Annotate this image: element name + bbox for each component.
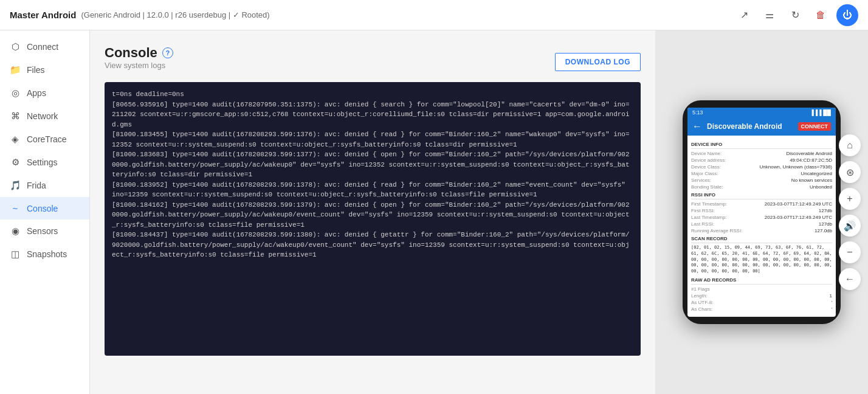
download-log-button[interactable]: DOWNLOAD LOG	[555, 53, 641, 71]
phone-scan-data: [02, 01, 02, 15, 09, 44, 69, 73, 63, 6F,…	[691, 245, 832, 275]
phone-bonding-value: Unbonded	[810, 184, 832, 190]
sidebar-item-sensors[interactable]: ◉ Sensors	[0, 219, 89, 243]
sidebar-item-snapshots[interactable]: ◫ Snapshots	[0, 243, 89, 266]
phone-raw-ad-title: RAW AD RECORDS	[691, 277, 832, 285]
back-icon: ←	[845, 274, 855, 285]
wifi-icon: ⊛	[846, 167, 854, 178]
power-button[interactable]: ⏻	[836, 4, 858, 26]
phone-raw-chars-label: As Chars:	[691, 306, 712, 312]
minus-icon: −	[847, 247, 852, 258]
phone-device-name-row: Device Name: Discoverable Android	[691, 151, 832, 156]
app-header: Master Android (Generic Android | 12.0.0…	[0, 0, 868, 30]
sidebar-item-frida[interactable]: 🎵 Frida	[0, 174, 89, 197]
phone-bonding-label: Bonding State:	[691, 184, 723, 190]
sidebar-label-connect: Connect	[27, 42, 58, 52]
delete-icon: 🗑	[816, 10, 825, 21]
sidebar-item-files[interactable]: 📁 Files	[0, 58, 89, 81]
sensors-icon: ◉	[10, 226, 21, 237]
sidebar-item-settings[interactable]: ⚙ Settings	[0, 151, 89, 174]
console-log-output[interactable]: t=0ns deadline=0ns [80656.935916] type=1…	[105, 82, 641, 356]
device-meta: (Generic Android | 12.0.0 | r26 userdebu…	[81, 10, 269, 19]
snapshots-icon: ◫	[10, 249, 21, 260]
zoom-in-button[interactable]: +	[839, 188, 861, 210]
phone-screen: 5:13 ▐▐▐ ██ ← Discoverable Android CONNE…	[687, 108, 836, 317]
phone-services-value: No known services	[791, 178, 832, 183]
phone-device-name-label: Device Name:	[691, 151, 722, 156]
phone-first-rssi-row: First RSSI: 127db	[691, 208, 832, 213]
phone-first-rssi-label: First RSSI:	[691, 208, 715, 213]
zoom-out-button[interactable]: −	[839, 241, 861, 263]
phone-signal-battery: ▐▐▐ ██	[810, 109, 831, 116]
delete-button[interactable]: 🗑	[811, 5, 830, 25]
phone-raw-length-row: Length: 1	[691, 293, 832, 299]
phone-toolbar: ← Discoverable Android CONNECT	[687, 117, 836, 136]
coretrace-icon: ◈	[10, 134, 21, 145]
home-button[interactable]: ⌂	[839, 134, 861, 156]
refresh-button[interactable]: ↻	[785, 5, 805, 25]
volume-icon: 🔊	[844, 220, 856, 232]
power-icon: ⏻	[842, 10, 852, 21]
phone-connect-badge[interactable]: CONNECT	[798, 122, 832, 131]
app-body: ⬡ Connect 📁 Files ◎ Apps ⌘ Network ◈ Cor…	[0, 30, 868, 394]
console-title: Console ?	[105, 45, 173, 61]
sidebar-label-files: Files	[27, 65, 45, 75]
sidebar-item-network[interactable]: ⌘ Network	[0, 105, 89, 128]
phone-status-bar: 5:13 ▐▐▐ ██	[687, 108, 836, 117]
sidebar-item-coretrace[interactable]: ◈ CoreTrace	[0, 128, 89, 151]
phone-raw-flags-row: #1 Flags	[691, 286, 832, 292]
phone-last-ts-row: Last Timestamp: 2023-03-07T17:12:49.249 …	[691, 215, 832, 220]
phone-device-address-row: Device address: 49:04:CD:87:2C:5D	[691, 157, 832, 163]
wifi-button[interactable]: ⊛	[839, 161, 861, 183]
phone-avg-rssi-row: Running Average RSSI: 127.0db	[691, 228, 832, 233]
help-button[interactable]: ?	[162, 47, 173, 58]
columns-button[interactable]: ⚌	[760, 5, 779, 25]
phone-avg-rssi-label: Running Average RSSI:	[691, 228, 742, 233]
phone-controls: ⌂ ⊛ + 🔊 − ←	[839, 134, 861, 290]
phone-raw-length-value: 1	[830, 293, 832, 299]
phone-device-address-value: 49:04:CD:87:2C:5D	[790, 157, 832, 163]
sidebar-label-sensors: Sensors	[27, 226, 58, 236]
phone-device-class-row: Device Class: Unknown, Unknown (class=79…	[691, 164, 832, 170]
phone-device-class-label: Device Class:	[691, 164, 721, 170]
phone-raw-utf8-row: As UTF-8: '	[691, 300, 832, 305]
volume-button[interactable]: 🔊	[839, 215, 861, 237]
phone-device-name-value: Discoverable Android	[786, 151, 832, 156]
phone-raw-chars-row: As Chars: '	[691, 306, 832, 312]
phone-last-rssi-label: Last RSSI:	[691, 221, 714, 227]
sidebar-label-console: Console	[27, 204, 58, 213]
phone-first-ts-row: First Timestamp: 2023-03-07T17:12:49.249…	[691, 201, 832, 207]
sidebar-item-connect[interactable]: ⬡ Connect	[0, 35, 89, 58]
sidebar-item-apps[interactable]: ◎ Apps	[0, 81, 89, 105]
main-content: Console ? View system logs DOWNLOAD LOG …	[90, 30, 655, 394]
phone-device-address-label: Device address:	[691, 157, 726, 163]
console-section-header: Console ? View system logs DOWNLOAD LOG	[105, 45, 641, 78]
network-icon: ⌘	[10, 111, 21, 122]
phone-raw-utf8-label: As UTF-8:	[691, 300, 713, 305]
sidebar-label-frida: Frida	[27, 181, 46, 190]
connect-icon: ⬡	[10, 41, 21, 52]
sidebar-item-console[interactable]: ~ Console	[0, 197, 89, 219]
phone-raw-length-label: Length:	[691, 293, 708, 299]
sidebar: ⬡ Connect 📁 Files ◎ Apps ⌘ Network ◈ Cor…	[0, 30, 90, 394]
back-button[interactable]: ←	[839, 268, 861, 290]
files-icon: 📁	[10, 64, 21, 75]
phone-toolbar-title: Discoverable Android	[707, 122, 782, 131]
phone-bonding-row: Bonding State: Unbonded	[691, 184, 832, 190]
sidebar-label-coretrace: CoreTrace	[27, 134, 67, 144]
console-title-area: Console ? View system logs	[105, 45, 173, 78]
header-left: Master Android (Generic Android | 12.0.0…	[10, 10, 270, 20]
settings-icon: ⚙	[10, 157, 21, 168]
phone-last-ts-value: 2023-03-07T17:12:49.249 UTC	[765, 215, 832, 220]
phone-last-ts-label: Last Timestamp:	[691, 215, 727, 220]
phone-major-class-row: Major Class: Uncategorized	[691, 171, 832, 176]
phone-major-class-label: Major Class:	[691, 171, 718, 176]
home-icon: ⌂	[847, 140, 853, 151]
columns-icon: ⚌	[765, 9, 774, 21]
phone-first-rssi-value: 127db	[819, 208, 832, 213]
open-external-button[interactable]: ↗	[734, 5, 754, 25]
sidebar-label-snapshots: Snapshots	[27, 249, 67, 259]
phone-last-rssi-row: Last RSSI: 127db	[691, 221, 832, 227]
phone-back-button[interactable]: ←	[692, 121, 702, 132]
apps-icon: ◎	[10, 88, 21, 98]
phone-device-info-title: DEVICE INFO	[691, 142, 832, 149]
